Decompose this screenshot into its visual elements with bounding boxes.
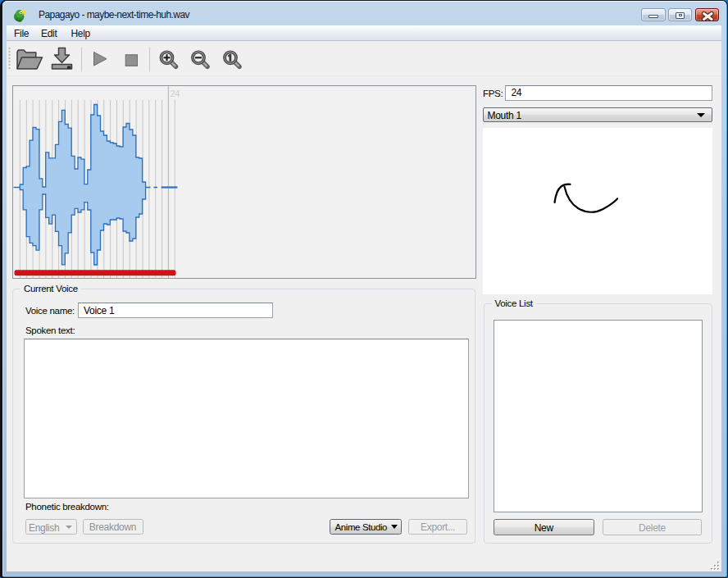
svg-text:24: 24 — [171, 89, 180, 98]
